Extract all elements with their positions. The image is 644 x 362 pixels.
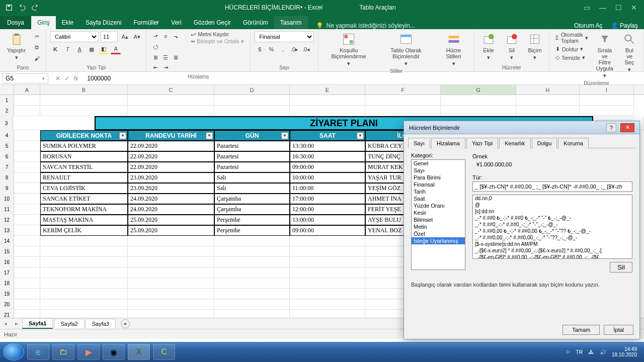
row-header[interactable]: 1	[0, 95, 14, 106]
font-name-select[interactable]: Calibri	[50, 31, 99, 42]
cell[interactable]: 24.09.2020	[128, 204, 214, 215]
category-item[interactable]: Para Birimi	[412, 174, 465, 181]
paste-button[interactable]: Yapıştır▾	[4, 31, 29, 61]
delete-cell-button[interactable]: Sil▾	[502, 31, 522, 61]
tab-insert[interactable]: Ekle	[56, 16, 79, 29]
taskbar-explorer-icon[interactable]: 🗀	[52, 344, 74, 360]
indent-inc-icon[interactable]: ⇥	[160, 63, 171, 73]
cell[interactable]	[580, 106, 634, 116]
cell[interactable]	[128, 236, 214, 246]
col-header[interactable]: E	[290, 85, 365, 95]
number-format-select[interactable]: Finansal	[255, 31, 314, 42]
format-item[interactable]: [$-x-systime]s:dd:nn AM/PM	[473, 241, 632, 247]
align-middle-icon[interactable]: ≡	[160, 31, 171, 41]
format-item[interactable]: dd.nn,0	[473, 195, 632, 202]
bold-icon[interactable]: K	[50, 44, 60, 54]
align-bottom-icon[interactable]: ⬎	[171, 32, 181, 42]
percent-icon[interactable]: %	[266, 44, 276, 54]
cell[interactable]	[14, 289, 40, 299]
row-header[interactable]: 17	[0, 267, 14, 278]
cell[interactable]: 22.09.2020	[128, 162, 214, 172]
category-item[interactable]: İsteğe Uyarlanmış	[412, 237, 465, 244]
tab-design[interactable]: Tasarım	[274, 16, 308, 29]
dialog-help-icon[interactable]: ?	[606, 123, 616, 132]
cell[interactable]: SAAT▾	[290, 130, 365, 141]
name-box[interactable]: G5▾	[2, 73, 48, 83]
cell[interactable]: BORUSAN	[40, 151, 128, 162]
category-item[interactable]: Metin	[412, 223, 465, 230]
format-item[interactable]: _-* #.##0,00 ₺_-;-* #.##0,00 ₺_-;_-* "-"…	[473, 228, 632, 234]
delete-format-button[interactable]: Sil	[610, 262, 632, 273]
clock[interactable]: 14:49 18.10.2020	[612, 346, 641, 357]
tab-file[interactable]: Dosya	[0, 16, 31, 29]
dialog-tab[interactable]: Sayı	[408, 138, 430, 148]
cell[interactable]	[14, 310, 40, 318]
cell[interactable]	[128, 299, 214, 310]
cell[interactable]: 25.09.2020	[128, 215, 214, 225]
cell[interactable]	[214, 278, 290, 289]
cancel-button[interactable]: İptal	[604, 325, 633, 335]
category-item[interactable]: Genel	[412, 160, 465, 167]
cell[interactable]	[290, 299, 365, 310]
category-item[interactable]: Yüzde Oranı	[412, 202, 465, 209]
sheet-tab[interactable]: Sayfa3	[86, 319, 116, 328]
sheet-tab[interactable]: Sayfa2	[54, 319, 84, 328]
format-list[interactable]: dd.nn,0@[s]:dd:nn_-* #.##0 ₺_-;-* #.##0 …	[472, 195, 632, 259]
row-header[interactable]: 21	[0, 310, 14, 318]
cell[interactable]	[14, 246, 40, 257]
cell[interactable]	[128, 95, 214, 106]
cell[interactable]	[128, 310, 214, 318]
formula-input[interactable]: 1000000	[83, 75, 644, 82]
taskbar-excel-icon[interactable]: X	[128, 344, 150, 360]
cell[interactable]	[128, 267, 214, 278]
cell[interactable]	[128, 289, 214, 299]
cell[interactable]	[40, 246, 128, 257]
format-item[interactable]: _-* #.##0_-;-* #.##0_-;_-* "-"_-;_-@_-	[473, 221, 632, 228]
cell[interactable]: GÜN▾	[214, 130, 290, 141]
cell[interactable]	[40, 299, 128, 310]
taskbar-media-icon[interactable]: ▶	[77, 344, 100, 360]
conditional-formatting-button[interactable]: Koşullu Biçimlendirme▾	[323, 31, 375, 67]
tab-view[interactable]: Görünüm	[237, 16, 274, 29]
row-header[interactable]: 3	[0, 116, 13, 130]
cell[interactable]	[290, 236, 365, 246]
undo-icon[interactable]	[17, 3, 27, 13]
format-item[interactable]: _-* #.##0,00_-;-* #.##0,00_-;_-* "-"??_-…	[473, 234, 632, 241]
cell[interactable]	[214, 310, 290, 318]
start-button[interactable]	[3, 343, 24, 360]
dialog-tab[interactable]: Koruma	[558, 138, 589, 148]
cell[interactable]	[214, 106, 290, 116]
col-header[interactable]: B	[40, 85, 128, 95]
cell[interactable]: Pazartesi	[214, 151, 290, 162]
row-header[interactable]: 14	[0, 236, 14, 246]
row-header[interactable]: 6	[0, 151, 14, 162]
cell[interactable]	[214, 257, 290, 267]
cell[interactable]	[516, 95, 580, 106]
dialog-tab[interactable]: Hizalama	[431, 138, 465, 148]
cell[interactable]: 09:00:00	[290, 162, 365, 172]
cell[interactable]	[40, 267, 128, 278]
cell[interactable]: RENAULT	[40, 172, 128, 183]
cell[interactable]: MASTAŞ MAKİNA	[40, 215, 128, 225]
row-header[interactable]: 4	[0, 130, 14, 141]
cell[interactable]	[214, 95, 290, 106]
row-header[interactable]: 16	[0, 257, 14, 267]
autosum-button[interactable]: Σ Otomatik Toplam ▾	[553, 31, 590, 44]
cell[interactable]: SANCAK ETİKET	[40, 194, 128, 204]
filter-dropdown-icon[interactable]: ▾	[281, 132, 288, 139]
row-header[interactable]: 10	[0, 194, 14, 204]
format-cell-button[interactable]: Biçim▾	[525, 31, 545, 61]
cell-styles-button[interactable]: Hücre Stilleri▾	[437, 31, 470, 67]
cell[interactable]: Pazartesi	[214, 162, 290, 172]
tray-volume-icon[interactable]: 🔊	[600, 349, 606, 355]
row-header[interactable]: 8	[0, 172, 14, 183]
merge-center-button[interactable]: ⬌ Birleştir ve Ortala ▾	[191, 38, 246, 45]
cell[interactable]: 09:00:00	[290, 225, 365, 236]
cell[interactable]	[40, 289, 128, 299]
format-as-table-button[interactable]: Tablo Olarak Biçimlendir▾	[378, 31, 434, 67]
filter-dropdown-icon[interactable]: ▾	[357, 132, 364, 139]
cell[interactable]	[290, 310, 365, 318]
row-header[interactable]: 19	[0, 289, 14, 299]
tab-home[interactable]: Giriş	[31, 16, 56, 29]
save-icon[interactable]	[4, 3, 14, 13]
